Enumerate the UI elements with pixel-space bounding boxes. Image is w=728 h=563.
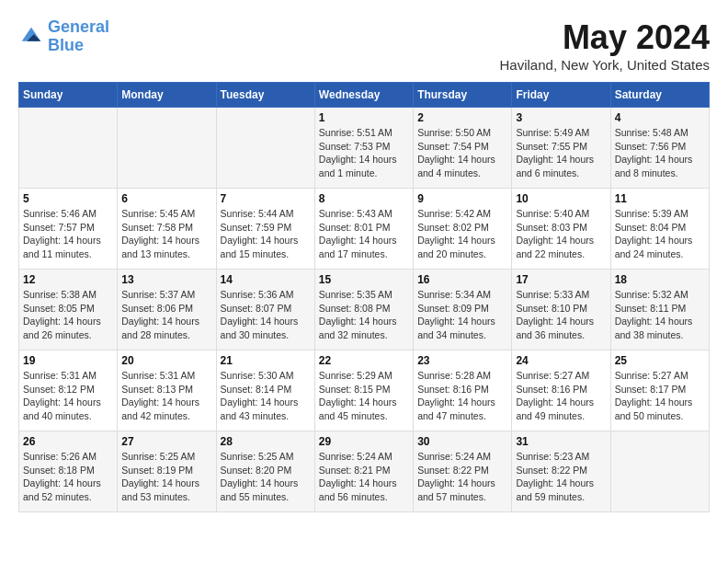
calendar-cell: 13Sunrise: 5:37 AMSunset: 8:06 PMDayligh… (118, 270, 216, 350)
calendar-cell (216, 108, 314, 189)
day-number: 16 (417, 273, 507, 286)
calendar-week-row: 5Sunrise: 5:46 AMSunset: 7:57 PMDaylight… (19, 189, 710, 270)
calendar-cell: 27Sunrise: 5:25 AMSunset: 8:19 PMDayligh… (118, 431, 216, 512)
weekday-header-saturday: Saturday (610, 83, 709, 108)
day-number: 18 (615, 273, 705, 286)
day-number: 12 (23, 273, 113, 286)
day-info: Sunrise: 5:45 AMSunset: 7:58 PMDaylight:… (121, 207, 211, 261)
calendar-cell: 6Sunrise: 5:45 AMSunset: 7:58 PMDaylight… (118, 189, 216, 270)
day-info: Sunrise: 5:49 AMSunset: 7:55 PMDaylight:… (516, 126, 606, 180)
day-number: 11 (615, 192, 705, 205)
month-title: May 2024 (500, 18, 710, 57)
calendar-cell: 17Sunrise: 5:33 AMSunset: 8:10 PMDayligh… (512, 270, 610, 350)
logo-icon (18, 24, 44, 50)
calendar-week-row: 26Sunrise: 5:26 AMSunset: 8:18 PMDayligh… (19, 431, 710, 512)
day-number: 8 (319, 192, 409, 205)
calendar-cell: 2Sunrise: 5:50 AMSunset: 7:54 PMDaylight… (414, 108, 512, 189)
day-number: 23 (417, 354, 507, 367)
calendar-week-row: 12Sunrise: 5:38 AMSunset: 8:05 PMDayligh… (19, 270, 710, 350)
day-info: Sunrise: 5:38 AMSunset: 8:05 PMDaylight:… (23, 288, 113, 342)
day-number: 20 (121, 354, 211, 367)
logo-text-blue: Blue (48, 37, 109, 55)
calendar-cell (118, 108, 216, 189)
title-block: May 2024 Haviland, New York, United Stat… (500, 18, 710, 73)
day-info: Sunrise: 5:28 AMSunset: 8:16 PMDaylight:… (417, 369, 507, 423)
day-number: 6 (121, 192, 211, 205)
calendar-cell: 25Sunrise: 5:27 AMSunset: 8:17 PMDayligh… (610, 350, 709, 431)
day-number: 9 (417, 192, 507, 205)
logo-text: General (48, 18, 109, 37)
day-info: Sunrise: 5:26 AMSunset: 8:18 PMDaylight:… (23, 450, 113, 504)
day-info: Sunrise: 5:46 AMSunset: 7:57 PMDaylight:… (23, 207, 113, 261)
calendar-cell: 3Sunrise: 5:49 AMSunset: 7:55 PMDaylight… (512, 108, 610, 189)
day-info: Sunrise: 5:24 AMSunset: 8:21 PMDaylight:… (319, 450, 409, 504)
calendar-cell: 28Sunrise: 5:25 AMSunset: 8:20 PMDayligh… (216, 431, 314, 512)
day-number: 17 (516, 273, 606, 286)
day-number: 1 (319, 111, 409, 124)
page-header: General Blue May 2024 Haviland, New York… (18, 18, 710, 73)
calendar-cell: 7Sunrise: 5:44 AMSunset: 7:59 PMDaylight… (216, 189, 314, 270)
day-number: 14 (221, 273, 311, 286)
calendar-cell: 21Sunrise: 5:30 AMSunset: 8:14 PMDayligh… (216, 350, 314, 431)
day-number: 30 (417, 435, 507, 448)
day-info: Sunrise: 5:24 AMSunset: 8:22 PMDaylight:… (417, 450, 507, 504)
calendar-cell: 30Sunrise: 5:24 AMSunset: 8:22 PMDayligh… (414, 431, 512, 512)
day-number: 29 (319, 435, 409, 448)
day-info: Sunrise: 5:27 AMSunset: 8:17 PMDaylight:… (615, 369, 705, 423)
day-number: 15 (319, 273, 409, 286)
location: Haviland, New York, United States (500, 57, 710, 73)
day-number: 24 (516, 354, 606, 367)
calendar-cell: 18Sunrise: 5:32 AMSunset: 8:11 PMDayligh… (610, 270, 709, 350)
day-number: 26 (23, 435, 113, 448)
day-info: Sunrise: 5:33 AMSunset: 8:10 PMDaylight:… (516, 288, 606, 342)
day-info: Sunrise: 5:23 AMSunset: 8:22 PMDaylight:… (516, 450, 606, 504)
calendar-cell (19, 108, 118, 189)
weekday-header-sunday: Sunday (19, 83, 118, 108)
day-info: Sunrise: 5:42 AMSunset: 8:02 PMDaylight:… (417, 207, 507, 261)
day-info: Sunrise: 5:29 AMSunset: 8:15 PMDaylight:… (319, 369, 409, 423)
day-number: 10 (516, 192, 606, 205)
calendar-cell: 8Sunrise: 5:43 AMSunset: 8:01 PMDaylight… (314, 189, 413, 270)
calendar-cell: 29Sunrise: 5:24 AMSunset: 8:21 PMDayligh… (314, 431, 413, 512)
day-number: 3 (516, 111, 606, 124)
day-number: 2 (417, 111, 507, 124)
day-number: 4 (615, 111, 705, 124)
day-info: Sunrise: 5:48 AMSunset: 7:56 PMDaylight:… (615, 126, 705, 180)
day-info: Sunrise: 5:51 AMSunset: 7:53 PMDaylight:… (319, 126, 409, 180)
calendar-cell (610, 431, 709, 512)
day-number: 7 (221, 192, 311, 205)
day-number: 5 (23, 192, 113, 205)
day-info: Sunrise: 5:50 AMSunset: 7:54 PMDaylight:… (417, 126, 507, 180)
day-number: 27 (121, 435, 211, 448)
day-info: Sunrise: 5:32 AMSunset: 8:11 PMDaylight:… (615, 288, 705, 342)
day-number: 13 (121, 273, 211, 286)
calendar-cell: 15Sunrise: 5:35 AMSunset: 8:08 PMDayligh… (314, 270, 413, 350)
day-info: Sunrise: 5:30 AMSunset: 8:14 PMDaylight:… (221, 369, 311, 423)
calendar-cell: 26Sunrise: 5:26 AMSunset: 8:18 PMDayligh… (19, 431, 118, 512)
day-info: Sunrise: 5:31 AMSunset: 8:12 PMDaylight:… (23, 369, 113, 423)
weekday-header-friday: Friday (512, 83, 610, 108)
weekday-header-monday: Monday (118, 83, 216, 108)
weekday-header-wednesday: Wednesday (314, 83, 413, 108)
calendar-week-row: 1Sunrise: 5:51 AMSunset: 7:53 PMDaylight… (19, 108, 710, 189)
weekday-header-row: SundayMondayTuesdayWednesdayThursdayFrid… (19, 83, 710, 108)
calendar-cell: 1Sunrise: 5:51 AMSunset: 7:53 PMDaylight… (314, 108, 413, 189)
calendar-week-row: 19Sunrise: 5:31 AMSunset: 8:12 PMDayligh… (19, 350, 710, 431)
calendar-cell: 24Sunrise: 5:27 AMSunset: 8:16 PMDayligh… (512, 350, 610, 431)
day-number: 25 (615, 354, 705, 367)
day-info: Sunrise: 5:36 AMSunset: 8:07 PMDaylight:… (221, 288, 311, 342)
day-info: Sunrise: 5:25 AMSunset: 8:19 PMDaylight:… (121, 450, 211, 504)
calendar-cell: 31Sunrise: 5:23 AMSunset: 8:22 PMDayligh… (512, 431, 610, 512)
day-info: Sunrise: 5:31 AMSunset: 8:13 PMDaylight:… (121, 369, 211, 423)
day-info: Sunrise: 5:34 AMSunset: 8:09 PMDaylight:… (417, 288, 507, 342)
calendar-cell: 19Sunrise: 5:31 AMSunset: 8:12 PMDayligh… (19, 350, 118, 431)
calendar-cell: 9Sunrise: 5:42 AMSunset: 8:02 PMDaylight… (414, 189, 512, 270)
day-info: Sunrise: 5:39 AMSunset: 8:04 PMDaylight:… (615, 207, 705, 261)
day-info: Sunrise: 5:44 AMSunset: 7:59 PMDaylight:… (221, 207, 311, 261)
calendar-cell: 4Sunrise: 5:48 AMSunset: 7:56 PMDaylight… (610, 108, 709, 189)
day-info: Sunrise: 5:35 AMSunset: 8:08 PMDaylight:… (319, 288, 409, 342)
day-number: 22 (319, 354, 409, 367)
day-info: Sunrise: 5:37 AMSunset: 8:06 PMDaylight:… (121, 288, 211, 342)
calendar-cell: 23Sunrise: 5:28 AMSunset: 8:16 PMDayligh… (414, 350, 512, 431)
weekday-header-thursday: Thursday (414, 83, 512, 108)
